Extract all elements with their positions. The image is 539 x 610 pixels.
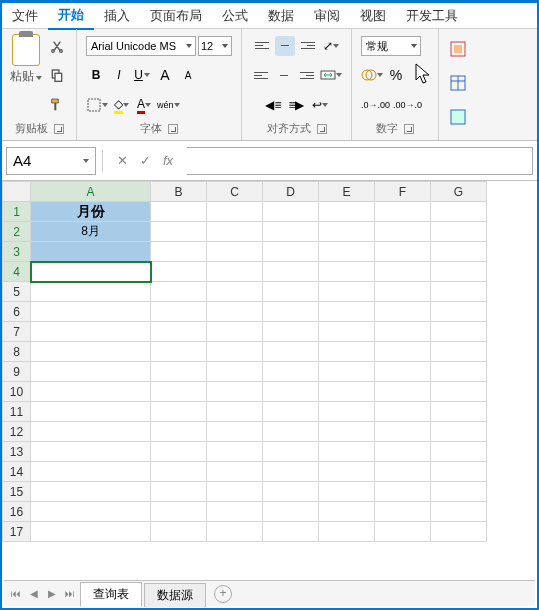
confirm-edit-button[interactable]: ✓ bbox=[140, 153, 151, 168]
menu-data[interactable]: 数据 bbox=[258, 3, 304, 29]
row-header[interactable]: 3 bbox=[3, 242, 31, 262]
border-button[interactable] bbox=[86, 95, 108, 115]
cell-style-button[interactable] bbox=[448, 107, 468, 127]
align-center-button[interactable] bbox=[274, 65, 294, 85]
font-color-button[interactable]: A bbox=[134, 95, 154, 115]
menu-home[interactable]: 开始 bbox=[48, 2, 94, 30]
font-size-select[interactable]: 12 bbox=[198, 36, 232, 56]
menu-insert[interactable]: 插入 bbox=[94, 3, 140, 29]
add-sheet-button[interactable]: + bbox=[214, 585, 232, 603]
number-format-select[interactable]: 常规 bbox=[361, 36, 421, 56]
row-header[interactable]: 12 bbox=[3, 422, 31, 442]
cell-A2[interactable]: 8月 bbox=[31, 222, 151, 242]
cell-A3[interactable] bbox=[31, 242, 151, 262]
paste-button[interactable]: 粘贴 bbox=[8, 68, 44, 85]
increase-indent-button[interactable]: ≡▶ bbox=[287, 95, 307, 115]
italic-button[interactable]: I bbox=[109, 65, 129, 85]
row-header[interactable]: 5 bbox=[3, 282, 31, 302]
fx-button[interactable]: fx bbox=[163, 153, 173, 168]
row-header[interactable]: 13 bbox=[3, 442, 31, 462]
row-header[interactable]: 1 bbox=[3, 202, 31, 222]
row-header[interactable]: 4 bbox=[3, 262, 31, 282]
sheet-tab-query[interactable]: 查询表 bbox=[80, 582, 142, 607]
clipboard-expand-icon[interactable] bbox=[54, 124, 64, 134]
cut-button[interactable] bbox=[47, 37, 67, 57]
align-left-button[interactable] bbox=[251, 65, 271, 85]
row-header[interactable]: 17 bbox=[3, 522, 31, 542]
name-box[interactable]: A4 bbox=[6, 147, 96, 175]
font-name-select[interactable]: Arial Unicode MS bbox=[86, 36, 196, 56]
sheet-nav-next[interactable]: ▶ bbox=[44, 588, 60, 599]
col-header-E[interactable]: E bbox=[319, 182, 375, 202]
table-format-button[interactable] bbox=[448, 73, 468, 93]
sheet-nav-first[interactable]: ⏮ bbox=[8, 588, 24, 599]
formula-input[interactable] bbox=[187, 147, 533, 175]
increase-decimal-button[interactable]: .0→.00 bbox=[361, 95, 390, 115]
svg-rect-11 bbox=[451, 110, 465, 124]
cell-A4[interactable] bbox=[31, 262, 151, 282]
decrease-indent-button[interactable]: ◀≡ bbox=[264, 95, 284, 115]
menu-view[interactable]: 视图 bbox=[350, 3, 396, 29]
formula-bar-row: A4 ✕ ✓ fx bbox=[2, 141, 537, 181]
menu-file[interactable]: 文件 bbox=[2, 3, 48, 29]
row-header[interactable]: 15 bbox=[3, 482, 31, 502]
spreadsheet-grid[interactable]: A B C D E F G 1月份 28月 3 4 5 6 7 8 9 10 1… bbox=[2, 181, 537, 561]
menu-bar: 文件 开始 插入 页面布局 公式 数据 审阅 视图 开发工具 bbox=[2, 3, 537, 29]
paste-icon[interactable] bbox=[12, 34, 40, 66]
comma-style-button[interactable] bbox=[409, 65, 429, 85]
align-expand-icon[interactable] bbox=[317, 124, 327, 134]
col-header-F[interactable]: F bbox=[375, 182, 431, 202]
group-styles-partial bbox=[439, 29, 477, 140]
wrap-text-button[interactable]: ↩ bbox=[310, 95, 330, 115]
percent-button[interactable]: % bbox=[386, 65, 406, 85]
col-header-A[interactable]: A bbox=[31, 182, 151, 202]
col-header-C[interactable]: C bbox=[207, 182, 263, 202]
col-header-D[interactable]: D bbox=[263, 182, 319, 202]
col-header-B[interactable]: B bbox=[151, 182, 207, 202]
row-header[interactable]: 16 bbox=[3, 502, 31, 522]
group-number: 常规 % .0→.00 .00→.0 数字 bbox=[352, 29, 439, 140]
row-header[interactable]: 6 bbox=[3, 302, 31, 322]
select-all-corner[interactable] bbox=[3, 182, 31, 202]
sheet-nav-last[interactable]: ⏭ bbox=[62, 588, 78, 599]
menu-page-layout[interactable]: 页面布局 bbox=[140, 3, 212, 29]
row-header[interactable]: 11 bbox=[3, 402, 31, 422]
align-bottom-button[interactable] bbox=[298, 36, 318, 56]
menu-formulas[interactable]: 公式 bbox=[212, 3, 258, 29]
row-header[interactable]: 2 bbox=[3, 222, 31, 242]
align-middle-button[interactable] bbox=[275, 36, 295, 56]
copy-button[interactable] bbox=[47, 66, 67, 86]
row-header[interactable]: 7 bbox=[3, 322, 31, 342]
underline-button[interactable]: U bbox=[132, 65, 152, 85]
menu-review[interactable]: 审阅 bbox=[304, 3, 350, 29]
align-top-button[interactable] bbox=[252, 36, 272, 56]
mouse-cursor-icon bbox=[415, 63, 433, 87]
row-header[interactable]: 14 bbox=[3, 462, 31, 482]
align-right-button[interactable] bbox=[297, 65, 317, 85]
col-header-G[interactable]: G bbox=[431, 182, 487, 202]
merge-button[interactable] bbox=[320, 65, 342, 85]
row-header[interactable]: 10 bbox=[3, 382, 31, 402]
currency-button[interactable] bbox=[361, 65, 383, 85]
grow-font-button[interactable]: A bbox=[155, 65, 175, 85]
sheet-nav-prev[interactable]: ◀ bbox=[26, 588, 42, 599]
svg-rect-7 bbox=[454, 45, 462, 53]
number-expand-icon[interactable] bbox=[404, 124, 414, 134]
cancel-edit-button[interactable]: ✕ bbox=[117, 153, 128, 168]
cell-A1[interactable]: 月份 bbox=[31, 202, 151, 222]
decrease-decimal-button[interactable]: .00→.0 bbox=[393, 95, 422, 115]
ribbon: 粘贴 剪贴板 Arial Unicode MS 12 B I U A A bbox=[2, 29, 537, 141]
font-expand-icon[interactable] bbox=[168, 124, 178, 134]
conditional-format-button[interactable] bbox=[448, 39, 468, 59]
menu-developer[interactable]: 开发工具 bbox=[396, 3, 468, 29]
row-header[interactable]: 9 bbox=[3, 362, 31, 382]
format-painter-button[interactable] bbox=[47, 95, 67, 115]
bold-button[interactable]: B bbox=[86, 65, 106, 85]
shrink-font-button[interactable]: A bbox=[178, 65, 198, 85]
orientation-button[interactable]: ⤢ bbox=[321, 36, 341, 56]
font-group-label: 字体 bbox=[140, 121, 162, 136]
row-header[interactable]: 8 bbox=[3, 342, 31, 362]
fill-color-button[interactable]: ◇ bbox=[111, 95, 131, 115]
sheet-tab-source[interactable]: 数据源 bbox=[144, 583, 206, 607]
phonetic-button[interactable]: wén bbox=[157, 95, 180, 115]
